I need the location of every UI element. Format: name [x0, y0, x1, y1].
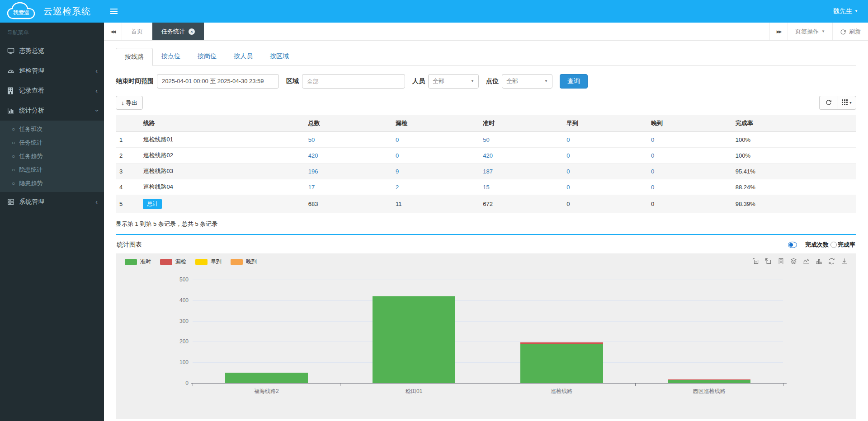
refresh-tab-button[interactable]: 刷新	[832, 23, 868, 40]
x-axis-tick	[340, 383, 340, 386]
table-columns-button[interactable]: ▼	[838, 96, 856, 110]
chart-tool-zoom-icon[interactable]	[752, 257, 760, 265]
sidebar-item-task-stats[interactable]: ○任务统计	[0, 136, 104, 150]
ontime-link[interactable]: 15	[483, 184, 489, 191]
area-input[interactable]	[302, 74, 405, 89]
export-button[interactable]: ↓ 导出	[116, 96, 143, 110]
sidebar-subitem-label: 隐患统计	[19, 166, 42, 174]
chart-tool-zoom-reset-icon[interactable]	[764, 257, 772, 265]
early-link[interactable]: 0	[566, 168, 570, 175]
bar-稔田01[interactable]	[373, 296, 455, 383]
tab-close-icon[interactable]: ×	[189, 28, 195, 35]
sidebar-subitem-label: 任务班次	[19, 125, 42, 133]
point-select[interactable]: 全部 ▼	[502, 74, 552, 89]
total-link[interactable]: 17	[308, 184, 315, 191]
area-label: 区域	[286, 77, 299, 85]
legend-item-漏检[interactable]: 漏检	[160, 258, 186, 266]
tab-scroll-left-button[interactable]: ◀◀	[104, 23, 122, 40]
tab-scroll-right-button[interactable]: ▶▶	[769, 23, 788, 40]
filter-tab-by-area[interactable]: 按区域	[261, 48, 297, 66]
table-row: 3巡检线路0319691870095.41%	[116, 164, 856, 179]
y-axis-label: 300	[169, 318, 189, 324]
missed-link[interactable]: 0	[396, 152, 399, 159]
person-label: 人员	[412, 77, 425, 85]
record-building-icon	[7, 87, 19, 94]
chevron-left-icon: ‹	[95, 87, 98, 94]
user-menu[interactable]: 魏先生 ▼	[833, 7, 868, 15]
late-link[interactable]: 0	[651, 184, 654, 191]
x-axis-category-label: 园区巡检线路	[636, 388, 783, 395]
chart-tool-bar-chart-icon[interactable]	[815, 257, 823, 265]
chart-slot	[340, 280, 488, 383]
bar-segment-准时	[373, 296, 455, 383]
chart-tool-line-chart-icon[interactable]	[802, 257, 810, 265]
person-select[interactable]: 全部 ▼	[428, 74, 479, 89]
chart-tool-restore-icon[interactable]	[828, 257, 835, 265]
radio-complete-count[interactable]: 完成次数	[788, 241, 829, 249]
table-column-header: 晚到	[647, 115, 732, 132]
tab-home[interactable]: 首页	[122, 23, 152, 40]
legend-item-早到[interactable]: 早到	[195, 258, 222, 266]
tab-task-stats[interactable]: 任务统计×	[152, 23, 204, 40]
legend-item-准时[interactable]: 准时	[125, 258, 151, 266]
table-column-header: 准时	[479, 115, 563, 132]
early-cell: 0	[563, 179, 647, 195]
chevron-down-icon: ▼	[854, 9, 858, 13]
radio-complete-rate[interactable]: 完成率	[830, 241, 855, 249]
sidebar-item-task-trend[interactable]: ○任务趋势	[0, 150, 104, 163]
radio-dot-icon	[788, 242, 797, 248]
early-link[interactable]: 0	[566, 152, 570, 159]
ontime-link[interactable]: 420	[483, 152, 493, 159]
chart-tool-data-view-icon[interactable]	[777, 257, 785, 265]
chart-tool-stack-icon[interactable]	[790, 257, 797, 265]
ontime-link[interactable]: 50	[483, 136, 489, 143]
sidebar-submenu-stats: ○任务班次○任务统计○任务趋势○隐患统计○隐患趋势	[0, 121, 104, 192]
late-link[interactable]: 0	[651, 136, 654, 143]
table-column-header: 总数	[305, 115, 392, 132]
table-toolbar: ↓ 导出 ▼	[116, 96, 856, 110]
bar-巡检线路[interactable]	[520, 342, 603, 383]
late-cell: 0	[647, 195, 732, 213]
filter-tab-by-point[interactable]: 按点位	[153, 48, 189, 66]
x-axis-tick	[488, 383, 488, 386]
sidebar-item-hazard-trend[interactable]: ○隐患趋势	[0, 177, 104, 190]
missed-link[interactable]: 9	[396, 168, 399, 175]
total-cell: 420	[305, 148, 392, 164]
total-link[interactable]: 50	[308, 136, 315, 143]
late-link[interactable]: 0	[651, 152, 654, 159]
chevron-left-icon: ‹	[95, 67, 98, 75]
filter-tab-by-person[interactable]: 按人员	[225, 48, 261, 66]
total-link[interactable]: 420	[308, 152, 318, 159]
page-ops-button[interactable]: 页签操作 ▼	[788, 23, 832, 40]
early-link[interactable]: 0	[566, 184, 570, 191]
sidebar-item-system[interactable]: 系统管理‹	[0, 192, 104, 212]
missed-link[interactable]: 2	[396, 184, 399, 191]
missed-link[interactable]: 0	[396, 136, 399, 143]
late-link[interactable]: 0	[651, 168, 654, 175]
columns-grid-icon	[842, 99, 848, 107]
app-title: 云巡检系统	[43, 5, 91, 18]
query-button[interactable]: 查询	[560, 74, 588, 89]
ontime-link[interactable]: 187	[483, 168, 493, 175]
total-link[interactable]: 196	[308, 168, 318, 175]
x-axis-category-label: 福海线路2	[193, 388, 340, 395]
sidebar-item-inspection[interactable]: 巡检管理‹	[0, 61, 104, 81]
sidebar-item-stats[interactable]: 统计分析‹	[0, 101, 104, 121]
table-refresh-button[interactable]	[819, 96, 838, 110]
sidebar-item-task-shift[interactable]: ○任务班次	[0, 122, 104, 136]
bar-园区巡检线路[interactable]	[668, 379, 750, 383]
filter-tab-by-post[interactable]: 按岗位	[189, 48, 225, 66]
filter-tab-by-line[interactable]: 按线路	[116, 48, 153, 66]
missed-cell: 0	[392, 148, 479, 164]
sidebar-item-overview[interactable]: 态势总览	[0, 41, 104, 61]
early-link[interactable]: 0	[566, 136, 570, 143]
filter-tabs: 按线路按点位按岗位按人员按区域	[116, 48, 856, 66]
bar-福海线路2[interactable]	[225, 373, 308, 383]
sidebar-item-records[interactable]: 记录查看‹	[0, 81, 104, 101]
chart-tool-download-icon[interactable]	[840, 257, 848, 265]
legend-item-晚到[interactable]: 晚到	[231, 258, 257, 266]
date-range-input[interactable]	[157, 74, 279, 89]
hamburger-menu-button[interactable]	[104, 0, 124, 23]
missed-cell: 9	[392, 164, 479, 179]
sidebar-item-hazard-stats[interactable]: ○隐患统计	[0, 163, 104, 177]
